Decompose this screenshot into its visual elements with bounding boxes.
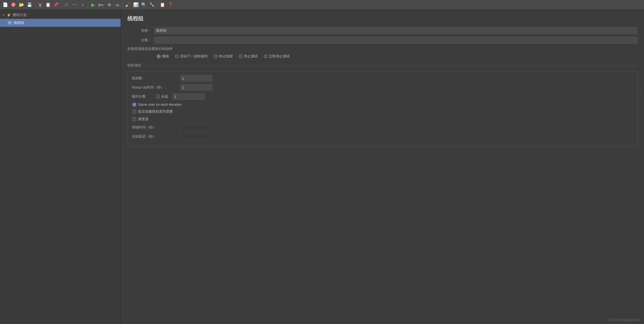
scheduler-label: 调度器	[138, 117, 149, 121]
open-button[interactable]: 📂	[18, 1, 25, 9]
toggle-button[interactable]: ↕️	[79, 1, 86, 9]
main-layout: ▼ ⚡ 测试计划 ⚙️ 线程组 线程组 名称： 注释： 在取样器错误后要执行的动…	[0, 10, 644, 324]
testplan-icon: ⚡	[6, 13, 11, 17]
thread-count-input[interactable]	[180, 75, 212, 82]
loop-input[interactable]	[172, 93, 205, 100]
sep3	[88, 2, 88, 8]
radio-continue-label: 继续	[162, 54, 169, 59]
radio-stop-test-circle	[239, 54, 243, 58]
forever-checkbox-item[interactable]: 永远	[156, 94, 168, 99]
collapse-button[interactable]: ➖	[71, 1, 78, 9]
help-button[interactable]: ❓	[167, 1, 174, 9]
expand-button[interactable]: ➕	[63, 1, 70, 9]
sidebar: ▼ ⚡ 测试计划 ⚙️ 线程组	[0, 10, 121, 324]
duration-label: 持续时间（秒）	[132, 125, 180, 130]
gear-icon: ⚙️	[8, 21, 12, 25]
startup-delay-input[interactable]	[180, 133, 212, 140]
sidebar-item-testplan[interactable]: ▼ ⚡ 测试计划	[0, 11, 121, 19]
forever-checkbox[interactable]	[156, 95, 160, 98]
sep4	[122, 2, 123, 8]
save-button[interactable]: 💾	[26, 1, 33, 9]
run-button[interactable]: ▶	[89, 1, 97, 9]
template-button[interactable]: 🎯	[10, 1, 17, 9]
toolbar: 📄 🎯 📂 💾 ✂️ 📋 📌 ➕ ➖ ↕️ ▶ ▶▸ ⏹ ⏏ 🧹 📊 🔍 🔧 📋…	[0, 0, 644, 10]
loop-row: 循环次数 永远	[132, 93, 633, 100]
startup-delay-label: 启动延迟（秒）	[132, 134, 180, 139]
clear-button[interactable]: 🧹	[124, 1, 132, 9]
sidebar-item-threadgroup[interactable]: ⚙️ 线程组	[0, 19, 121, 27]
same-user-row[interactable]: Same user on each iteration	[132, 102, 633, 106]
name-label: 名称：	[127, 28, 154, 33]
paste-button[interactable]: 📌	[52, 1, 60, 9]
scheduler-row[interactable]: 调度器	[132, 117, 633, 121]
duration-row: 持续时间（秒）	[132, 124, 633, 131]
radio-start-next-circle	[175, 54, 179, 58]
radio-stop-test-label: 停止测试	[244, 54, 258, 59]
delay-create-label: 延迟创建线程直到需要	[138, 109, 173, 114]
action-section-label: 在取样器错误后要执行的动作	[127, 46, 638, 51]
search-button[interactable]: 🔍	[140, 1, 148, 9]
thread-count-row: 线程数：	[132, 75, 633, 82]
radio-stop-now-label: 立即停止测试	[269, 54, 290, 59]
rampup-label: Ramp-Up时间（秒）：	[132, 85, 180, 90]
comment-label: 注释：	[127, 38, 154, 43]
name-row: 名称：	[127, 27, 638, 34]
radio-start-next[interactable]: 启动下一进程循环	[175, 54, 208, 59]
thread-props-divider: 线程属性	[127, 63, 638, 68]
same-user-checkbox[interactable]	[132, 103, 136, 106]
drag-handle-icon[interactable]: ⋮	[639, 90, 643, 95]
comment-input[interactable]	[154, 37, 638, 44]
startup-delay-row: 启动延迟（秒）	[132, 133, 633, 140]
run-nopause-button[interactable]: ▶▸	[97, 1, 105, 9]
thread-count-label: 线程数：	[132, 76, 180, 81]
tools-button[interactable]: 🔧	[148, 1, 156, 9]
radio-continue-circle	[157, 54, 161, 58]
delay-create-row[interactable]: 延迟创建线程直到需要	[132, 109, 633, 114]
sep5	[157, 2, 157, 8]
shutdown-button[interactable]: ⏏	[114, 1, 121, 9]
page-title: 线程组	[127, 15, 638, 22]
radio-stop-test[interactable]: 停止测试	[239, 54, 258, 59]
rampup-row: Ramp-Up时间（秒）：	[132, 84, 633, 91]
radio-stop-thread-circle	[214, 54, 218, 58]
new-testplan-button[interactable]: 📄	[2, 1, 9, 9]
watermark: CSDN @TestingShare	[609, 318, 641, 322]
thread-props-label: 线程属性	[127, 63, 141, 68]
sep1	[35, 2, 35, 8]
radio-continue[interactable]: 继续	[157, 54, 169, 59]
action-radio-group: 继续 启动下一进程循环 停止线程 停止测试 立即停止测试	[127, 54, 638, 59]
radio-stop-now[interactable]: 立即停止测试	[264, 54, 290, 59]
name-input[interactable]	[154, 27, 638, 34]
forever-label: 永远	[161, 94, 168, 99]
rampup-input[interactable]	[180, 84, 212, 91]
thread-props-section: 线程数： Ramp-Up时间（秒）： 循环次数 永远 Same use	[127, 71, 638, 146]
loop-label: 循环次数	[132, 94, 153, 99]
copy-button[interactable]: 📋	[44, 1, 52, 9]
radio-stop-thread-label: 停止线程	[219, 54, 233, 59]
content-area: 线程组 名称： 注释： 在取样器错误后要执行的动作 继续 启动下一进程循环	[121, 10, 644, 324]
radio-stop-thread[interactable]: 停止线程	[214, 54, 233, 59]
scheduler-checkbox[interactable]	[132, 117, 136, 121]
duration-input[interactable]	[180, 124, 212, 131]
stop-button[interactable]: ⏹	[106, 1, 113, 9]
delay-create-checkbox[interactable]	[132, 110, 136, 113]
same-user-label: Same user on each iteration	[138, 102, 182, 106]
radio-start-next-label: 启动下一进程循环	[180, 54, 208, 59]
list-button[interactable]: 📋	[159, 1, 166, 9]
sidebar-threadgroup-label: 线程组	[14, 20, 24, 25]
sidebar-testplan-label: 测试计划	[13, 13, 27, 17]
comment-row: 注释：	[127, 37, 638, 44]
report-button[interactable]: 📊	[132, 1, 140, 9]
radio-stop-now-circle	[264, 54, 267, 58]
sep2	[61, 2, 61, 8]
cut-button[interactable]: ✂️	[36, 1, 44, 9]
chevron-down-icon: ▼	[2, 14, 5, 17]
